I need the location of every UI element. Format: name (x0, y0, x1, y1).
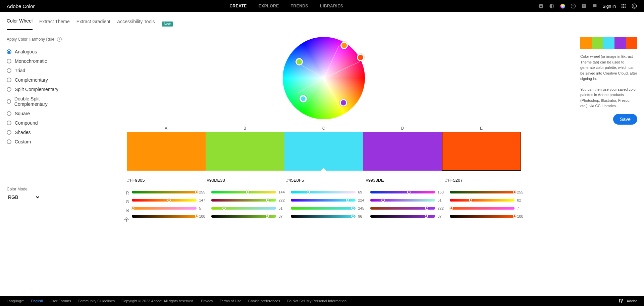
mini-swatch[interactable] (603, 37, 614, 49)
harmony-option-label: Monochromatic (15, 58, 47, 64)
wheel-handle-e[interactable] (357, 54, 364, 61)
slider-bright[interactable] (370, 215, 435, 218)
mini-swatch[interactable] (580, 37, 592, 49)
slider-r[interactable] (450, 191, 515, 193)
swatch-d[interactable] (363, 132, 442, 171)
wheel-handle-d[interactable] (340, 99, 347, 106)
hex-input-c[interactable] (286, 176, 362, 185)
hex-input-e[interactable] (445, 176, 521, 185)
slider-bright[interactable] (211, 215, 276, 218)
harmony-option-triad[interactable]: Triad (7, 66, 67, 75)
help-icon[interactable]: ? (570, 3, 576, 9)
wheel-handle-b[interactable] (296, 58, 303, 65)
chat-icon[interactable] (592, 3, 598, 9)
hex-input-a[interactable] (127, 176, 203, 185)
slider-g[interactable] (211, 199, 276, 202)
harmony-option-label: Compound (15, 120, 38, 126)
radio-icon (7, 111, 11, 116)
mini-swatch[interactable] (626, 37, 637, 49)
star-icon[interactable] (538, 3, 544, 9)
svg-rect-12 (625, 6, 626, 7)
slider-value: 69 (358, 190, 367, 194)
swatch-label: B (206, 126, 284, 132)
svg-line-24 (125, 221, 125, 221)
harmony-option-square[interactable]: Square (7, 109, 67, 118)
harmony-option-analogous[interactable]: Analogous (7, 47, 67, 56)
color-mode-select[interactable]: RGB (7, 194, 40, 200)
apps-icon[interactable] (621, 3, 627, 9)
slider-b[interactable] (132, 207, 197, 210)
nav-create[interactable]: CREATE (229, 4, 247, 8)
tab-extract-theme[interactable]: Extract Theme (39, 19, 70, 30)
slider-value: 255 (517, 190, 526, 194)
harmony-option-compound[interactable]: Compound (7, 118, 67, 128)
tab-accessibility[interactable]: Accessibility Tools (117, 19, 155, 30)
sidebar: Apply Color Harmony Rule ? AnalogousMono… (7, 37, 67, 222)
slider-g[interactable] (370, 199, 435, 202)
svg-rect-10 (622, 6, 623, 7)
slider-g[interactable] (132, 199, 197, 202)
slider-r[interactable] (132, 191, 197, 193)
color-mode-section: Color Mode RGB (7, 187, 67, 200)
swatch-c[interactable] (284, 132, 363, 171)
tab-color-wheel[interactable]: Color Wheel (7, 18, 33, 30)
slider-b[interactable] (211, 207, 276, 210)
mini-swatch[interactable] (614, 37, 626, 49)
swatch-b[interactable] (206, 132, 284, 171)
info-text-1: Color wheel (or image in Extract Theme t… (580, 54, 637, 82)
slider-value: 245 (358, 206, 367, 210)
svg-text:?: ? (573, 4, 574, 8)
nav-explore[interactable]: EXPLORE (259, 4, 279, 8)
swatch-a[interactable] (127, 132, 206, 171)
save-button[interactable]: Save (613, 114, 637, 125)
nav-libraries[interactable]: LIBRARIES (320, 4, 343, 8)
harmony-option-double-split-complementary[interactable]: Double Split Complementary (7, 94, 67, 109)
nav-trends[interactable]: TRENDS (291, 4, 308, 8)
sliders: R G B 2551475100144222518769224245961535… (122, 190, 526, 222)
slider-g[interactable] (450, 199, 515, 202)
svg-rect-9 (625, 4, 626, 5)
slider-r[interactable] (211, 191, 276, 193)
sub-nav: Color Wheel Extract Theme Extract Gradie… (0, 12, 644, 30)
wheel-handle-c[interactable] (300, 95, 307, 102)
slider-bright[interactable] (132, 215, 197, 218)
harmony-option-shades[interactable]: Shades (7, 128, 67, 137)
radio-icon (7, 139, 11, 144)
slider-bright[interactable] (291, 215, 356, 218)
harmony-option-complementary[interactable]: Complementary (7, 75, 67, 85)
main-area: ABCDE R G B 2551475100144222518769224245… (74, 37, 574, 222)
slider-value: 5 (199, 206, 208, 210)
color-wheel[interactable] (283, 37, 365, 119)
slider-b[interactable] (370, 207, 435, 210)
slider-g[interactable] (291, 199, 356, 202)
slider-value: 100 (517, 214, 526, 218)
color-wheel-icon[interactable] (559, 3, 566, 9)
slider-value: 87 (438, 214, 446, 218)
slider-value: 222 (279, 198, 287, 202)
harmony-help-icon[interactable]: ? (57, 37, 62, 42)
slider-value: 255 (199, 190, 208, 194)
hex-input-b[interactable] (206, 176, 282, 185)
announce-icon[interactable] (581, 3, 587, 9)
harmony-option-split-complementary[interactable]: Split Complementary (7, 85, 67, 94)
swatch-e[interactable] (442, 132, 521, 171)
top-right: ? Sign in (538, 3, 637, 9)
cc-icon[interactable] (631, 3, 637, 9)
slider-r[interactable] (291, 191, 356, 193)
hex-input-d[interactable] (365, 176, 441, 185)
harmony-option-label: Custom (15, 139, 31, 144)
tab-extract-gradient[interactable]: Extract Gradient (76, 19, 110, 30)
harmony-option-monochromatic[interactable]: Monochromatic (7, 56, 67, 66)
harmony-option-custom[interactable]: Custom (7, 137, 67, 146)
top-bar: Adobe Color CREATE EXPLORE TRENDS LIBRAR… (0, 0, 644, 12)
svg-rect-13 (622, 7, 623, 8)
slider-b[interactable] (291, 207, 356, 210)
mini-swatch[interactable] (592, 37, 603, 49)
slider-bright[interactable] (450, 215, 515, 218)
moon-icon[interactable] (549, 3, 555, 9)
slider-r[interactable] (370, 191, 435, 193)
wheel-handle-a[interactable] (340, 42, 348, 49)
slider-b[interactable] (450, 207, 515, 210)
sign-in-link[interactable]: Sign in (602, 4, 616, 9)
radio-icon (7, 121, 11, 125)
